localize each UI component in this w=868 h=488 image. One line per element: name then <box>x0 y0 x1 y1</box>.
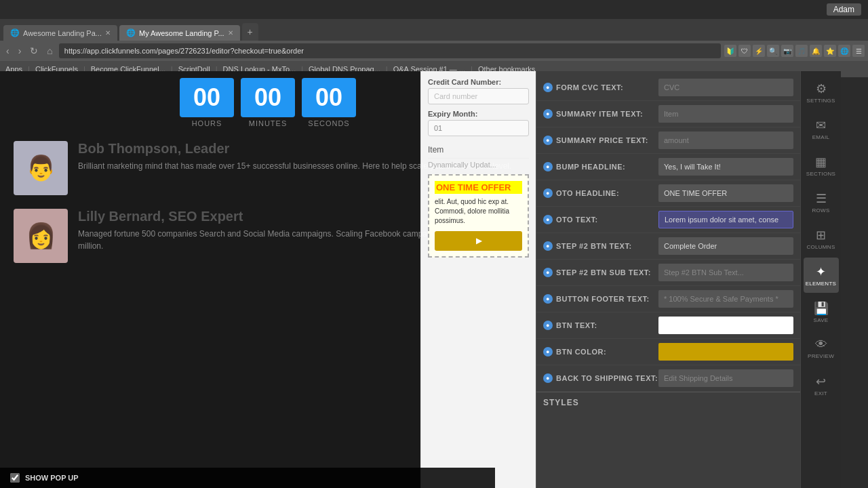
sidebar-item-exit[interactable]: ↩ EXIT <box>804 367 839 403</box>
extension-icon-7[interactable]: 🔔 <box>810 45 822 57</box>
summary-price-row: ● SUMMARY PRICE TEXT: <box>536 127 800 154</box>
avatar-lilly-icon: 👩 <box>26 222 56 250</box>
settings-panel: ● FORM CVC TEXT: ● SUMMARY ITEM TEXT: ● … <box>536 71 800 488</box>
button-footer-input[interactable] <box>658 290 793 308</box>
summary-item-label: ● SUMMARY ITEM TEXT: <box>543 109 658 119</box>
credit-card-label: Credit Card Number: <box>428 78 529 86</box>
btn-color-swatch[interactable] <box>658 343 793 361</box>
back-shipping-row: ● BACK TO SHIPPING TEXT: <box>536 365 800 392</box>
tab-1-close[interactable]: ✕ <box>105 29 111 37</box>
elements-icon: ✦ <box>816 264 826 279</box>
oto-text-row: ● OTO TEXT: <box>536 207 800 233</box>
sidebar-item-save[interactable]: 💾 SAVE <box>804 294 839 329</box>
rows-icon: ☰ <box>816 191 827 206</box>
sidebar: ⚙ SETTINGS ✉ EMAIL ▦ SECTIONS ☰ ROWS ⊞ C… <box>800 71 841 488</box>
user-name: Adam <box>827 3 861 16</box>
sidebar-item-settings[interactable]: ⚙ SETTINGS <box>804 75 839 110</box>
countdown-seconds: 00 SECONDS <box>302 78 356 127</box>
step2-btn-sub-input[interactable] <box>658 264 793 281</box>
back-shipping-input[interactable] <box>658 369 793 387</box>
seconds-digits: 00 <box>302 78 356 117</box>
card-number-input[interactable] <box>428 88 529 104</box>
preview-icon: 👁 <box>815 338 827 352</box>
back-button[interactable]: ‹ <box>3 44 12 58</box>
form-cvc-input[interactable] <box>658 79 793 96</box>
forward-button[interactable]: › <box>16 44 24 58</box>
reload-button[interactable]: ↻ <box>27 44 41 58</box>
bump-headline-row: ● BUMP HEADLINE: <box>536 154 800 180</box>
settings-label: SETTINGS <box>806 98 835 104</box>
button-footer-label: ● BUTTON FOOTER TEXT: <box>543 294 658 304</box>
rows-label: ROWS <box>812 207 829 214</box>
oto-text-input[interactable] <box>658 211 793 228</box>
step2-btn-info-icon: ● <box>543 241 553 251</box>
oto-headline-input[interactable] <box>658 184 793 202</box>
tab-2-favicon: 🌐 <box>126 28 136 37</box>
form-cvc-label: ● FORM CVC TEXT: <box>543 83 658 92</box>
form-cvc-row: ● FORM CVC TEXT: <box>536 75 800 101</box>
countdown-minutes: 00 MINUTES <box>241 78 295 127</box>
oto-highlight: ONE TIME OFFER <box>435 181 522 194</box>
extension-icon-6[interactable]: 🎵 <box>795 45 808 57</box>
btn-text-label: ● BTN TEXT: <box>543 321 658 330</box>
sidebar-item-elements[interactable]: ✦ ELEMENTS <box>804 258 839 293</box>
extension-icon-3[interactable]: ⚡ <box>753 45 765 57</box>
extension-icon-8[interactable]: ⭐ <box>824 45 836 57</box>
countdown-hours: 00 HOURS <box>180 78 234 127</box>
button-footer-row: ● BUTTON FOOTER TEXT: <box>536 286 800 312</box>
sidebar-item-rows[interactable]: ☰ ROWS <box>804 184 839 220</box>
extension-icon-5[interactable]: 📷 <box>781 45 793 57</box>
email-label: EMAIL <box>812 134 830 140</box>
settings-form: ● FORM CVC TEXT: ● SUMMARY ITEM TEXT: ● … <box>536 71 800 416</box>
sidebar-item-email[interactable]: ✉ EMAIL <box>804 111 839 146</box>
summary-price-input[interactable] <box>658 131 793 149</box>
sections-icon: ▦ <box>815 155 827 169</box>
step2-btn-sub-info-icon: ● <box>543 268 553 277</box>
hours-digits: 00 <box>180 78 234 117</box>
sidebar-item-preview[interactable]: 👁 PREVIEW <box>804 331 839 366</box>
tabs-bar: 🌐 Awesome Landing Pa... ✕ 🌐 My Awesome L… <box>0 19 868 41</box>
btn-text-info-icon: ● <box>543 321 553 330</box>
address-input[interactable] <box>59 43 721 58</box>
styles-label: STYLES <box>543 398 579 407</box>
show-popup-checkbox[interactable] <box>10 473 20 483</box>
home-button[interactable]: ⌂ <box>44 44 55 58</box>
extension-icon-9[interactable]: 🌐 <box>838 45 850 57</box>
elements-label: ELEMENTS <box>806 281 837 287</box>
step2-btn-sub-label: ● STEP #2 BTN SUB TEXT: <box>543 268 658 277</box>
show-popup-label: SHOW POP UP <box>25 474 79 482</box>
settings-icon: ⚙ <box>816 81 827 96</box>
btn-color-row: ● BTN COLOR: <box>536 339 800 365</box>
oto-text-info-icon: ● <box>543 215 553 224</box>
exit-icon: ↩ <box>816 374 826 389</box>
save-icon: 💾 <box>814 301 829 316</box>
item-label: Item <box>428 145 443 155</box>
preview-label: PREVIEW <box>808 353 834 359</box>
tab-1-favicon: 🌐 <box>10 28 20 37</box>
summary-item-input[interactable] <box>658 105 793 123</box>
dynamic-text: Dynamically Updat... <box>428 161 529 169</box>
oto-button[interactable]: ▶ <box>435 231 522 251</box>
tab-2-close[interactable]: ✕ <box>228 29 233 37</box>
avatar-bob: 👨 <box>14 141 68 195</box>
main-layout: 00 HOURS 00 MINUTES 00 SECONDS 👨 Bob Tho… <box>0 71 868 488</box>
left-panel: 00 HOURS 00 MINUTES 00 SECONDS 👨 Bob Tho… <box>0 71 536 488</box>
bump-headline-input[interactable] <box>658 158 793 176</box>
summary-price-info-icon: ● <box>543 136 553 145</box>
bump-headline-label: ● BUMP HEADLINE: <box>543 162 658 171</box>
sidebar-item-sections[interactable]: ▦ SECTIONS <box>804 148 839 183</box>
extension-icon-2[interactable]: 🛡 <box>738 45 751 57</box>
new-tab-button[interactable]: + <box>242 23 258 41</box>
extension-icon-1[interactable]: 🔰 <box>724 45 736 57</box>
step2-btn-label: ● STEP #2 BTN TEXT: <box>543 241 658 251</box>
btn-text-input[interactable] <box>658 317 793 334</box>
step2-btn-input[interactable] <box>658 237 793 255</box>
extension-icon-4[interactable]: 🔍 <box>767 45 779 57</box>
tab-2[interactable]: 🌐 My Awesome Landing P... ✕ <box>119 25 240 41</box>
summary-item-row: ● SUMMARY ITEM TEXT: <box>536 101 800 127</box>
sidebar-item-columns[interactable]: ⊞ COLUMNS <box>804 221 839 256</box>
extension-icon-10[interactable]: ☰ <box>852 45 865 57</box>
expiry-input[interactable] <box>428 120 529 136</box>
oto-text: elit. Aut, quod hic exp at. Commodi, dol… <box>435 197 522 226</box>
tab-1[interactable]: 🌐 Awesome Landing Pa... ✕ <box>3 25 117 41</box>
